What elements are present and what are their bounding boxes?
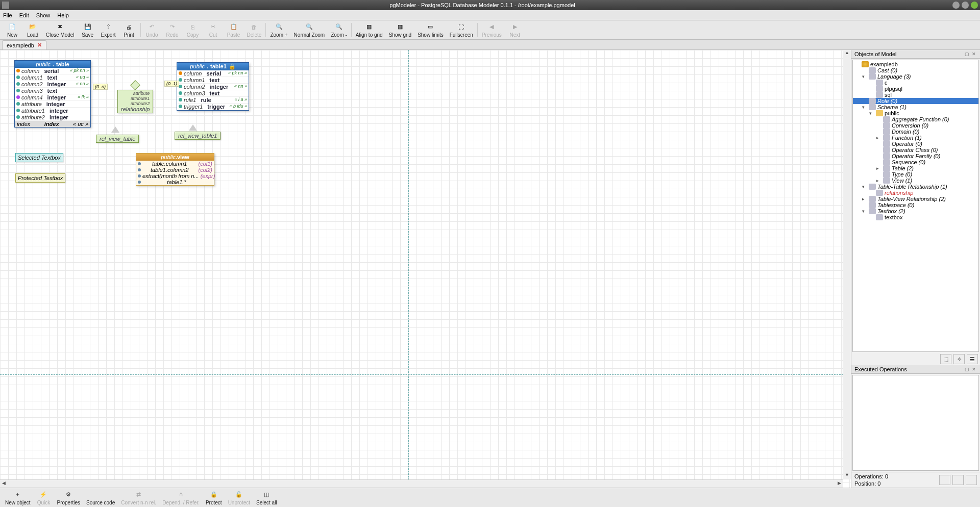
tree-expand-icon[interactable]: ▾	[862, 105, 867, 110]
pane-minimize-icon[interactable]: ▢	[965, 367, 970, 372]
column-row[interactable]: rule1rule« i a »	[177, 97, 249, 104]
objects-tree[interactable]: exampledbCast (0)▾Language (3)cplpgsqlsq…	[852, 60, 979, 352]
properties-button[interactable]: ⚙Properties	[54, 489, 83, 506]
tree-list-button[interactable]: ☰	[967, 354, 978, 364]
view-row[interactable]: table1.*	[136, 179, 214, 185]
column-row[interactable]: columnserial« pk nn »	[177, 70, 249, 77]
close-button[interactable]: ✖Close Model	[43, 21, 78, 39]
tree-expand-icon[interactable]: ▾	[862, 184, 867, 189]
save-button[interactable]: 💾Save	[78, 21, 98, 39]
tree-item[interactable]: Tablespace (0)	[853, 202, 978, 208]
ops-undo-button[interactable]	[939, 475, 950, 485]
align-button[interactable]: ▦Align to grid	[353, 21, 386, 39]
fullscreen-button[interactable]: ⛶Fullscreen	[447, 21, 476, 39]
tree-item[interactable]: Sequence (0)	[853, 159, 978, 165]
tree-item[interactable]: Cast (0)	[853, 67, 978, 73]
tree-item[interactable]: Operator Class (0)	[853, 147, 978, 153]
window-minimize-button[interactable]	[952, 2, 960, 9]
normalzoom-button[interactable]: 🔍Normal Zoom	[291, 21, 328, 39]
relationship-box[interactable]: attribute attribute1 attribute2 relation…	[117, 90, 153, 113]
tree-expand-icon[interactable]: ▸	[876, 166, 881, 171]
column-row[interactable]: attribute2integer	[15, 114, 90, 121]
column-row[interactable]: column2integer« nn »	[177, 84, 249, 90]
pane-close-icon[interactable]: ✕	[972, 52, 977, 57]
column-row[interactable]: column1text	[177, 77, 249, 84]
print-button[interactable]: 🖨Print	[119, 21, 139, 39]
showlimits-button[interactable]: ▭Show limits	[414, 21, 447, 39]
tree-item[interactable]: sql	[853, 92, 978, 98]
tree-item[interactable]: relationship	[853, 190, 978, 196]
tree-item[interactable]: Conversion (0)	[853, 122, 978, 129]
column-row[interactable]: column2integer« nn »	[15, 81, 90, 88]
column-row[interactable]: attribute1integer	[15, 108, 90, 114]
scroll-right-icon[interactable]: ▶	[836, 480, 843, 488]
scroll-up-icon[interactable]: ▲	[844, 50, 851, 57]
rel-view-table-label[interactable]: rel_view_table	[96, 135, 139, 143]
new-button[interactable]: 📄New	[2, 21, 22, 39]
protect-button[interactable]: 🔒Protect	[203, 489, 225, 506]
tree-item[interactable]: exampledb	[853, 61, 978, 67]
protected-textbox[interactable]: Protected Textbox	[15, 173, 65, 183]
pane-close-icon[interactable]: ✕	[972, 367, 977, 372]
tree-expand-icon[interactable]: ▸	[876, 135, 881, 140]
view-row[interactable]: table1.column2(col2)	[136, 167, 214, 173]
canvas-scrollbar-horizontal[interactable]: ◀ ▶	[0, 479, 843, 488]
tree-item[interactable]: Role (0)	[853, 98, 978, 104]
tree-item[interactable]: ▾Language (3)	[853, 73, 978, 80]
load-button[interactable]: 📂Load	[22, 21, 43, 39]
menu-file[interactable]: File	[3, 12, 12, 18]
export-button[interactable]: ⇪Export	[98, 21, 119, 39]
tree-item[interactable]: c	[853, 80, 978, 86]
menu-help[interactable]: Help	[57, 12, 69, 18]
ops-clear-button[interactable]	[966, 475, 977, 485]
view-row[interactable]: extract(month from n...(expr)	[136, 173, 214, 179]
column-row[interactable]: column1text« uq »	[15, 74, 90, 81]
tree-item[interactable]: Type (0)	[853, 171, 978, 178]
menu-show[interactable]: Show	[36, 12, 51, 18]
tree-expand-button[interactable]: ⬚	[940, 354, 951, 364]
tree-item[interactable]: ▸Function (1)	[853, 135, 978, 141]
tree-collapse-button[interactable]: ✧	[953, 354, 965, 364]
zoomout-button[interactable]: 🔍Zoom -	[328, 21, 350, 39]
tree-item[interactable]: ▾public	[853, 110, 978, 116]
scroll-left-icon[interactable]: ◀	[0, 480, 7, 488]
tree-item[interactable]: Aggregate Function (0)	[853, 116, 978, 122]
ops-redo-button[interactable]	[952, 475, 964, 485]
window-close-button[interactable]	[971, 2, 978, 9]
tree-expand-icon[interactable]: ▾	[862, 74, 867, 79]
column-row[interactable]: column3text	[15, 88, 90, 94]
window-maximize-button[interactable]	[962, 2, 969, 9]
tree-item[interactable]: ▸View (1)	[853, 178, 978, 184]
tree-expand-icon[interactable]: ▾	[862, 209, 867, 214]
view-row[interactable]: table.column1(col1)	[136, 161, 214, 167]
column-row[interactable]: column4integer« fk »	[15, 94, 90, 101]
column-row[interactable]: columnserial« pk nn »	[15, 68, 90, 74]
entity-table[interactable]: public.table columnserial« pk nn »column…	[14, 60, 91, 128]
column-row[interactable]: trigger1trigger« b idu »	[177, 104, 249, 110]
showgrid-button[interactable]: ▦Show grid	[386, 21, 414, 39]
tree-item[interactable]: Operator Family (0)	[853, 153, 978, 159]
menu-edit[interactable]: Edit	[19, 12, 29, 18]
zoomin-button[interactable]: 🔍Zoom +	[267, 21, 290, 39]
tree-item[interactable]: Domain (0)	[853, 129, 978, 135]
model-tab[interactable]: exampledb ✕	[2, 40, 46, 49]
tree-expand-icon[interactable]: ▸	[876, 178, 881, 183]
tree-expand-icon[interactable]: ▸	[862, 196, 867, 201]
tree-item[interactable]: ▾Schema (1)	[853, 104, 978, 110]
canvas-scrollbar-vertical[interactable]: ▲ ▼	[843, 50, 851, 479]
canvas-area[interactable]: public.table columnserial« pk nn »column…	[0, 50, 851, 488]
selected-textbox[interactable]: Selected Textbox	[15, 153, 63, 162]
tree-item[interactable]: ▾Table-Table Relationship (1)	[853, 184, 978, 190]
tree-item[interactable]: ▸Table (2)	[853, 165, 978, 171]
pane-minimize-icon[interactable]: ▢	[965, 52, 970, 57]
scroll-down-icon[interactable]: ▼	[844, 472, 851, 479]
source-button[interactable]: Source code	[83, 489, 118, 506]
tab-close-icon[interactable]: ✕	[37, 42, 42, 48]
tree-item[interactable]: textbox	[853, 214, 978, 220]
tree-item[interactable]: ▾Textbox (2)	[853, 208, 978, 214]
rel-view-table1-label[interactable]: rel_view_table1	[175, 132, 220, 140]
tree-item[interactable]: plpgsql	[853, 86, 978, 92]
selectall-button[interactable]: ◫Select all	[253, 489, 280, 506]
entity-view[interactable]: public.view table.column1(col1)table1.co…	[136, 153, 214, 186]
tree-item[interactable]: ▸Table-View Relationship (2)	[853, 196, 978, 202]
